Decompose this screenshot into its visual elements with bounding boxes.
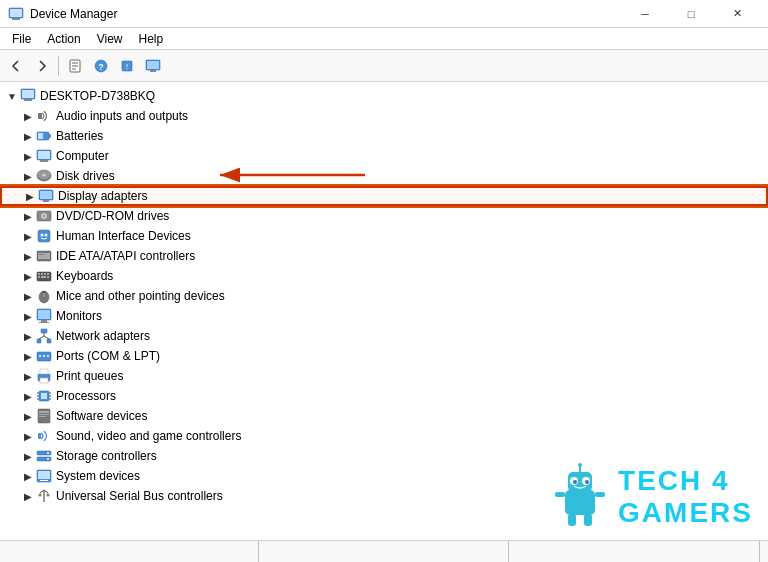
svg-rect-54 <box>39 322 49 323</box>
usb-arrow[interactable]: ▶ <box>20 486 36 506</box>
computer-arrow[interactable]: ▶ <box>20 146 36 166</box>
back-button[interactable] <box>4 54 28 78</box>
maximize-button[interactable]: □ <box>668 0 714 28</box>
window-title: Device Manager <box>30 7 622 21</box>
watermark: TECH 4 GAMERS <box>550 462 753 532</box>
audio-arrow[interactable]: ▶ <box>20 106 36 126</box>
sound-arrow[interactable]: ▶ <box>20 426 36 446</box>
help-button[interactable]: ? <box>89 54 113 78</box>
tree-item-hid[interactable]: ▶ Human Interface Devices <box>0 226 768 246</box>
status-bar <box>0 540 768 562</box>
tree-item-display[interactable]: ▶ Display adapters <box>0 186 768 206</box>
svg-rect-52 <box>38 310 50 319</box>
ports-label: Ports (COM & LPT) <box>56 349 160 363</box>
tree-item-keyboards[interactable]: ▶ Keyboards <box>0 266 768 286</box>
svg-rect-56 <box>37 339 41 343</box>
tree-item-mice[interactable]: ▶ Mice and other pointing devices <box>0 286 768 306</box>
tree-item-processors[interactable]: ▶ Processors <box>0 386 768 406</box>
window-controls: ─ □ ✕ <box>622 0 760 28</box>
software-arrow[interactable]: ▶ <box>20 406 36 426</box>
svg-point-100 <box>585 480 589 484</box>
tree-item-batteries[interactable]: ▶ Batteries <box>0 126 768 146</box>
hid-label: Human Interface Devices <box>56 229 191 243</box>
svg-rect-87 <box>40 480 48 481</box>
svg-rect-86 <box>38 471 50 479</box>
root-arrow[interactable]: ▼ <box>4 86 20 106</box>
properties-button[interactable] <box>63 54 87 78</box>
minimize-button[interactable]: ─ <box>622 0 668 28</box>
tree-item-ide[interactable]: ▶ IDE ATA/ATAPI controllers <box>0 246 768 266</box>
tree-item-computer[interactable]: ▶ Computer <box>0 146 768 166</box>
monitors-arrow[interactable]: ▶ <box>20 306 36 326</box>
system-icon <box>36 468 52 484</box>
display-arrow[interactable]: ▶ <box>22 186 38 206</box>
update-button[interactable]: ↑ <box>115 54 139 78</box>
forward-button[interactable] <box>30 54 54 78</box>
mouse-icon <box>36 288 52 304</box>
svg-rect-105 <box>568 514 576 526</box>
ide-icon <box>36 248 52 264</box>
processors-arrow[interactable]: ▶ <box>20 386 36 406</box>
tree-item-dvd[interactable]: ▶ DVD/CD-ROM drives <box>0 206 768 226</box>
svg-rect-42 <box>41 273 43 275</box>
sound-label: Sound, video and game controllers <box>56 429 241 443</box>
monitor-button[interactable] <box>141 54 165 78</box>
tree-item-print[interactable]: ▶ Print queues <box>0 366 768 386</box>
audio-label: Audio inputs and outputs <box>56 109 188 123</box>
hid-arrow[interactable]: ▶ <box>20 226 36 246</box>
svg-rect-29 <box>43 200 49 202</box>
menu-help[interactable]: Help <box>131 30 172 48</box>
batteries-label: Batteries <box>56 129 103 143</box>
tree-item-sound[interactable]: ▶ Sound, video and game controllers <box>0 426 768 446</box>
svg-rect-104 <box>595 492 605 497</box>
storage-arrow[interactable]: ▶ <box>20 446 36 466</box>
hid-icon <box>36 228 52 244</box>
close-button[interactable]: ✕ <box>714 0 760 28</box>
svg-rect-17 <box>38 113 42 119</box>
watermark-line1: TECH 4 <box>618 465 753 497</box>
tree-item-ports[interactable]: ▶ Ports (COM & LPT) <box>0 346 768 366</box>
svg-rect-66 <box>40 369 48 374</box>
svg-point-83 <box>47 452 49 454</box>
svg-rect-47 <box>47 276 49 278</box>
mice-arrow[interactable]: ▶ <box>20 286 36 306</box>
processor-icon <box>36 388 52 404</box>
storage-label: Storage controllers <box>56 449 157 463</box>
menu-file[interactable]: File <box>4 30 39 48</box>
ide-arrow[interactable]: ▶ <box>20 246 36 266</box>
title-bar: Device Manager ─ □ ✕ <box>0 0 768 28</box>
svg-rect-44 <box>47 273 49 275</box>
svg-point-26 <box>42 174 46 177</box>
computer-icon <box>36 148 52 164</box>
svg-rect-106 <box>584 514 592 526</box>
tree-item-software[interactable]: ▶ Software devices <box>0 406 768 426</box>
disk-arrow[interactable]: ▶ <box>20 166 36 186</box>
network-arrow[interactable]: ▶ <box>20 326 36 346</box>
svg-rect-80 <box>38 433 41 439</box>
tree-item-audio[interactable]: ▶ Audio inputs and outputs <box>0 106 768 126</box>
tree-item-disk[interactable]: ▶ Disk drives <box>0 166 768 186</box>
print-arrow[interactable]: ▶ <box>20 366 36 386</box>
batteries-arrow[interactable]: ▶ <box>20 126 36 146</box>
svg-rect-12 <box>147 61 159 69</box>
svg-rect-20 <box>38 133 43 139</box>
toolbar: ? ↑ <box>0 50 768 82</box>
display-label: Display adapters <box>58 189 147 203</box>
dvd-arrow[interactable]: ▶ <box>20 206 36 226</box>
print-label: Print queues <box>56 369 123 383</box>
svg-line-60 <box>44 336 49 339</box>
menu-view[interactable]: View <box>89 30 131 48</box>
disk-icon <box>36 168 52 184</box>
system-label: System devices <box>56 469 140 483</box>
svg-rect-13 <box>150 70 156 72</box>
ports-arrow[interactable]: ▶ <box>20 346 36 366</box>
keyboards-arrow[interactable]: ▶ <box>20 266 36 286</box>
tree-item-monitors[interactable]: ▶ Monitors <box>0 306 768 326</box>
menu-action[interactable]: Action <box>39 30 88 48</box>
sound-icon <box>36 428 52 444</box>
tree-item-network[interactable]: ▶ Network adapters <box>0 326 768 346</box>
monitors-label: Monitors <box>56 309 102 323</box>
tree-root[interactable]: ▼ DESKTOP-D738BKQ <box>0 86 768 106</box>
system-arrow[interactable]: ▶ <box>20 466 36 486</box>
svg-rect-15 <box>22 90 34 98</box>
